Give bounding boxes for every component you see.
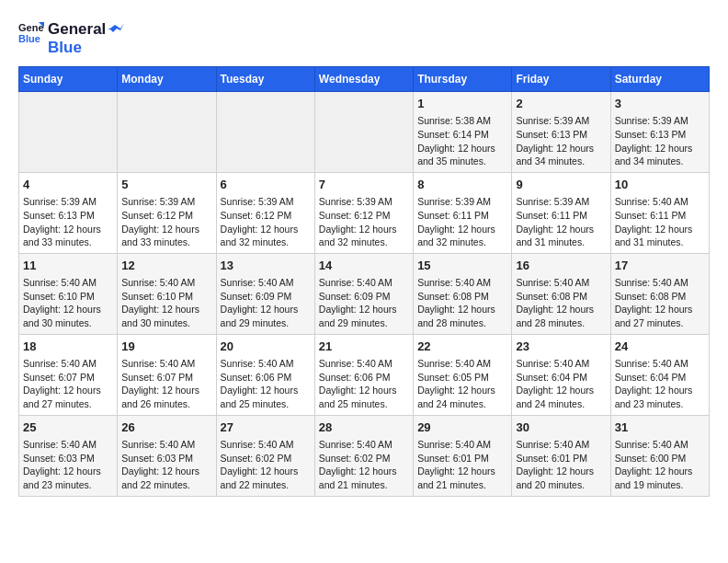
day-number: 29 [417, 419, 507, 436]
day-content: Sunrise: 5:40 AM [221, 357, 311, 371]
day-content: Sunset: 6:01 PM [516, 452, 606, 465]
day-content: Sunset: 6:03 PM [121, 452, 211, 465]
day-content: and 33 minutes. [23, 236, 113, 249]
day-content: Daylight: 12 hours [319, 303, 409, 316]
day-content: Sunset: 6:01 PM [417, 452, 507, 465]
day-content: Daylight: 12 hours [221, 223, 311, 236]
day-content: Sunrise: 5:40 AM [319, 357, 409, 371]
day-number: 8 [417, 177, 507, 193]
day-content: Daylight: 12 hours [516, 223, 606, 236]
day-content: and 24 minutes. [417, 397, 507, 411]
day-content: Sunrise: 5:39 AM [417, 195, 507, 209]
day-cell: 27Sunrise: 5:40 AMSunset: 6:02 PMDayligh… [216, 415, 314, 496]
day-number: 25 [23, 419, 113, 436]
day-content: Daylight: 12 hours [23, 223, 113, 236]
day-content: Sunset: 6:05 PM [417, 371, 507, 385]
col-header-sunday: Sunday [19, 67, 118, 92]
day-number: 6 [221, 177, 311, 193]
day-content: Sunset: 6:10 PM [23, 290, 113, 304]
day-content: and 34 minutes. [615, 155, 705, 168]
logo-blue: Blue [48, 39, 124, 57]
day-number: 16 [516, 258, 606, 274]
day-content: and 35 minutes. [417, 155, 507, 168]
day-cell: 13Sunrise: 5:40 AMSunset: 6:09 PMDayligh… [216, 253, 314, 334]
calendar-header: SundayMondayTuesdayWednesdayThursdayFrid… [19, 67, 710, 92]
day-number: 13 [221, 258, 311, 274]
day-content: and 22 minutes. [121, 478, 211, 492]
day-content: Sunrise: 5:40 AM [319, 438, 409, 452]
day-content: and 24 minutes. [516, 397, 606, 411]
day-content: and 29 minutes. [221, 316, 311, 330]
day-content: Daylight: 12 hours [516, 465, 606, 478]
day-content: Daylight: 12 hours [221, 303, 311, 316]
day-cell: 23Sunrise: 5:40 AMSunset: 6:04 PMDayligh… [512, 334, 610, 415]
day-content: Sunrise: 5:40 AM [417, 357, 507, 371]
day-number: 21 [319, 339, 409, 355]
day-content: Sunset: 6:11 PM [615, 209, 705, 223]
day-content: and 27 minutes. [23, 397, 113, 411]
day-content: Sunset: 6:14 PM [417, 128, 507, 142]
day-cell: 30Sunrise: 5:40 AMSunset: 6:01 PMDayligh… [512, 415, 610, 496]
day-cell: 20Sunrise: 5:40 AMSunset: 6:06 PMDayligh… [216, 334, 314, 415]
day-number: 24 [615, 339, 705, 355]
day-content: and 31 minutes. [615, 236, 705, 249]
logo-icon: General Blue [18, 18, 44, 44]
day-content: and 31 minutes. [516, 236, 606, 249]
day-content: Daylight: 12 hours [516, 142, 606, 155]
day-number: 11 [23, 258, 113, 274]
day-number: 27 [221, 419, 311, 436]
day-content: Daylight: 12 hours [516, 384, 606, 397]
day-content: and 32 minutes. [319, 236, 409, 249]
day-content: Sunset: 6:07 PM [121, 371, 211, 385]
day-content: Sunrise: 5:40 AM [516, 438, 606, 452]
logo-general: General [48, 20, 106, 39]
day-number: 17 [615, 258, 705, 274]
day-content: and 32 minutes. [221, 236, 311, 249]
day-content: Daylight: 12 hours [121, 223, 211, 236]
day-content: Sunset: 6:08 PM [417, 290, 507, 304]
day-content: Sunrise: 5:40 AM [319, 276, 409, 290]
day-cell: 21Sunrise: 5:40 AMSunset: 6:06 PMDayligh… [314, 334, 413, 415]
week-row-1: 1Sunrise: 5:38 AMSunset: 6:14 PMDaylight… [19, 92, 710, 173]
day-cell: 18Sunrise: 5:40 AMSunset: 6:07 PMDayligh… [19, 334, 118, 415]
day-content: Sunset: 6:13 PM [615, 128, 705, 142]
day-content: Sunset: 6:09 PM [319, 290, 409, 304]
day-content: Sunset: 6:08 PM [516, 290, 606, 304]
day-content: Daylight: 12 hours [121, 384, 211, 397]
day-content: Daylight: 12 hours [417, 223, 507, 236]
day-content: Daylight: 12 hours [23, 465, 113, 478]
day-content: Sunset: 6:02 PM [221, 452, 311, 465]
day-number: 12 [121, 258, 211, 274]
day-number: 19 [121, 339, 211, 355]
svg-marker-3 [108, 23, 124, 32]
day-content: and 21 minutes. [319, 478, 409, 492]
day-content: Sunset: 6:06 PM [319, 371, 409, 385]
day-cell: 4Sunrise: 5:39 AMSunset: 6:13 PMDaylight… [19, 172, 118, 253]
day-content: Daylight: 12 hours [615, 223, 705, 236]
day-content: and 28 minutes. [516, 316, 606, 330]
day-content: Sunset: 6:09 PM [221, 290, 311, 304]
day-content: Daylight: 12 hours [319, 384, 409, 397]
day-content: Sunrise: 5:39 AM [319, 195, 409, 209]
day-cell [118, 92, 216, 173]
day-content: Sunrise: 5:40 AM [516, 357, 606, 371]
day-content: and 34 minutes. [516, 155, 606, 168]
day-content: Daylight: 12 hours [121, 303, 211, 316]
day-content: Daylight: 12 hours [417, 303, 507, 316]
col-header-tuesday: Tuesday [216, 67, 314, 92]
day-content: Sunset: 6:12 PM [319, 209, 409, 223]
day-content: and 32 minutes. [417, 236, 507, 249]
day-content: Daylight: 12 hours [121, 465, 211, 478]
day-content: and 21 minutes. [417, 478, 507, 492]
day-cell: 14Sunrise: 5:40 AMSunset: 6:09 PMDayligh… [314, 253, 413, 334]
day-number: 1 [417, 96, 507, 112]
day-content: Sunset: 6:12 PM [121, 209, 211, 223]
day-content: Sunrise: 5:40 AM [615, 276, 705, 290]
day-number: 5 [121, 177, 211, 193]
day-content: Sunrise: 5:40 AM [23, 357, 113, 371]
day-content: Sunset: 6:13 PM [516, 128, 606, 142]
day-content: Daylight: 12 hours [417, 142, 507, 155]
day-content: Sunset: 6:03 PM [23, 452, 113, 465]
col-header-friday: Friday [512, 67, 610, 92]
day-cell: 7Sunrise: 5:39 AMSunset: 6:12 PMDaylight… [314, 172, 413, 253]
